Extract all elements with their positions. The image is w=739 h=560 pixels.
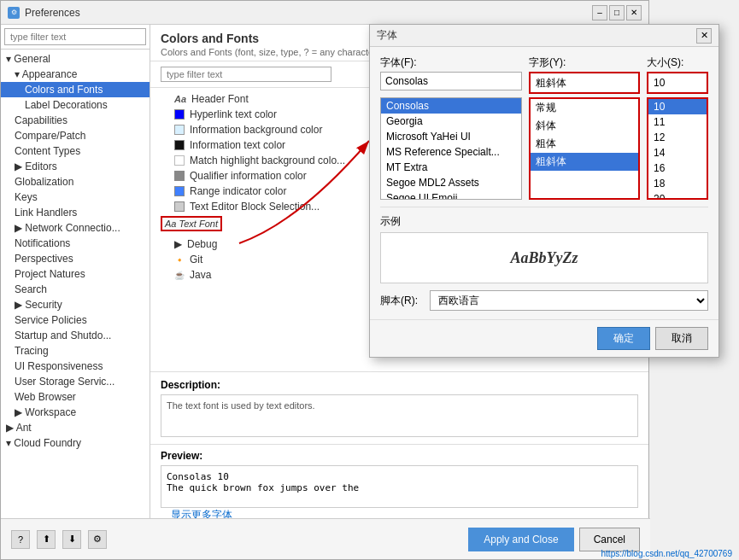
group-label: Debug (187, 238, 217, 250)
maximize-button[interactable]: □ (609, 5, 625, 20)
preferences-icon: ⚙ (8, 7, 20, 19)
dialog-preview-label: 示例 (380, 214, 708, 229)
footer-buttons: Apply and Close Cancel (468, 528, 640, 551)
font-size-16[interactable]: 16 (648, 160, 707, 176)
url-tooltip: https://blog.csdn.net/qq_42700769 (601, 549, 732, 558)
window-title: Preferences (25, 7, 80, 19)
font-list-item-ms-reference[interactable]: MS Reference Specialt... (381, 144, 521, 160)
minimize-button[interactable]: – (592, 5, 607, 20)
font-size-12[interactable]: 12 (648, 130, 707, 145)
font-size-listbox: 10 11 12 14 16 18 20 (647, 97, 708, 200)
sidebar-item-colors-and-fonts[interactable]: Colors and Fonts (1, 82, 150, 97)
dialog-close-button[interactable]: ✕ (696, 28, 712, 44)
color-swatch-hyperlink (174, 109, 185, 120)
preview-line2: The quick brown fox jumps over the (167, 482, 632, 493)
import-icon[interactable]: ⬇ (62, 530, 81, 549)
font-style-input[interactable] (531, 74, 637, 91)
dialog-title-bar: 字体 ✕ (370, 25, 718, 47)
sidebar-item-security[interactable]: ▶ Security (1, 297, 150, 312)
sidebar-item-globalization[interactable]: Globalization (1, 174, 150, 190)
font-item-label: Information background color (190, 124, 322, 136)
sidebar-item-keys[interactable]: Keys (1, 190, 150, 205)
font-list-item-mt-extra[interactable]: MT Extra (381, 160, 521, 175)
sidebar-item-appearance[interactable]: ▾ Appearance (1, 67, 150, 82)
sidebar-item-user-storage[interactable]: User Storage Servic... (1, 374, 150, 389)
script-row: 脚本(R): 西欧语言 (380, 290, 708, 311)
dialog-ok-button[interactable]: 确定 (597, 327, 650, 350)
title-bar: ⚙ Preferences – □ ✕ (1, 1, 648, 25)
sidebar-item-cloud-foundry[interactable]: ▾ Cloud Foundry (1, 435, 150, 451)
sidebar-item-notifications[interactable]: Notifications (1, 236, 150, 251)
dialog-cancel-button[interactable]: 取消 (655, 327, 708, 350)
font-list-item-georgia[interactable]: Georgia (381, 114, 521, 129)
sidebar-item-perspectives[interactable]: Perspectives (1, 251, 150, 266)
font-list-item-segoe-emoji[interactable]: Segoe UI Emoji (381, 190, 521, 200)
dialog-footer: 确定 取消 (370, 319, 718, 357)
font-item-label: Match highlight background colo... (190, 155, 345, 166)
font-item-label: Information text color (190, 139, 285, 151)
sidebar-item-label-decorations[interactable]: Label Decorations (1, 97, 150, 113)
help-icon[interactable]: ? (11, 530, 30, 549)
sidebar-tree: ▾ General ▾ Appearance Colors and Fonts … (1, 50, 150, 559)
sidebar-item-general[interactable]: ▾ General (1, 51, 150, 67)
description-box: The text font is used by text editors. (161, 394, 638, 437)
sidebar-filter-input[interactable] (4, 28, 146, 45)
style-col-label: 字形(Y): (529, 56, 566, 68)
font-style-bold[interactable]: 粗体 (531, 135, 638, 153)
sidebar-item-capabilities[interactable]: Capabilities (1, 113, 150, 128)
text-font-highlight: Aa Text Font (161, 216, 222, 231)
font-size-input[interactable] (649, 74, 706, 91)
font-list-item-consolas[interactable]: Consolas (381, 98, 521, 114)
dialog-body: 字体(F): 字形(Y): 大小(S): (370, 47, 718, 319)
content-filter-input[interactable] (161, 67, 331, 82)
sidebar-item-web-browser[interactable]: Web Browser (1, 389, 150, 405)
sidebar-item-project-natures[interactable]: Project Natures (1, 266, 150, 282)
sidebar-item-network[interactable]: ▶ Network Connectio... (1, 220, 150, 236)
script-label: 脚本(R): (380, 294, 423, 308)
font-item-label: Qualifier information color (190, 170, 307, 182)
font-list-item-segoe-mdl2[interactable]: Segoe MDL2 Assets (381, 175, 521, 190)
java-icon: ☕ (174, 271, 185, 280)
font-name-listbox: Consolas Georgia Microsoft YaHei UI MS R… (380, 97, 522, 200)
dialog-title: 字体 (377, 28, 397, 43)
color-swatch-info-bg (174, 125, 185, 135)
sidebar-item-ant[interactable]: ▶ Ant (1, 420, 150, 435)
preview-label: Preview: (161, 450, 638, 462)
font-list-item-ms-yahei[interactable]: Microsoft YaHei UI (381, 129, 521, 144)
sidebar-item-content-types[interactable]: Content Types (1, 143, 150, 159)
font-size-14[interactable]: 14 (648, 145, 707, 160)
main-footer: ? ⬆ ⬇ ⚙ Apply and Close Cancel (1, 518, 650, 559)
sidebar-item-editors[interactable]: ▶ Editors (1, 159, 150, 174)
font-size-18[interactable]: 18 (648, 176, 707, 191)
sidebar-item-compare-patch[interactable]: Compare/Patch (1, 128, 150, 143)
sidebar-item-search[interactable]: Search (1, 282, 150, 297)
font-size-20[interactable]: 20 (648, 191, 707, 200)
aa-icon: Aa (174, 94, 186, 104)
sidebar-item-startup[interactable]: Startup and Shutdo... (1, 328, 150, 343)
font-size-11[interactable]: 11 (648, 114, 707, 130)
color-swatch-info-text (174, 140, 185, 150)
sidebar-item-tracing[interactable]: Tracing (1, 343, 150, 359)
preview-area: Preview: Consolas 10 The quick brown fox… (150, 444, 648, 528)
settings-icon[interactable]: ⚙ (88, 530, 107, 549)
apply-and-close-button[interactable]: Apply and Close (468, 528, 573, 551)
expand-icon: ▶ (174, 238, 182, 250)
close-button[interactable]: ✕ (626, 5, 642, 20)
group-label: Java (190, 269, 211, 281)
sidebar-item-workspace[interactable]: ▶ Workspace (1, 405, 150, 420)
font-style-italic[interactable]: 斜体 (531, 117, 638, 135)
export-icon[interactable]: ⬆ (37, 530, 56, 549)
font-style-bold-italic[interactable]: 粗斜体 (531, 153, 638, 171)
sidebar-item-service-policies[interactable]: Service Policies (1, 312, 150, 328)
sidebar-item-ui-responsiveness[interactable]: UI Responsiveness (1, 359, 150, 374)
font-item-label: Hyperlink text color (190, 108, 277, 120)
sidebar-item-link-handlers[interactable]: Link Handlers (1, 205, 150, 220)
script-select[interactable]: 西欧语言 (430, 290, 708, 311)
font-name-input[interactable] (380, 72, 522, 90)
cancel-button[interactable]: Cancel (579, 528, 640, 551)
sidebar-filter-box (1, 25, 150, 50)
font-item-label: Header Font (191, 93, 249, 105)
font-size-10[interactable]: 10 (648, 99, 707, 114)
font-item-label: Text Editor Block Selection... (190, 201, 320, 213)
font-style-regular[interactable]: 常规 (531, 99, 638, 117)
